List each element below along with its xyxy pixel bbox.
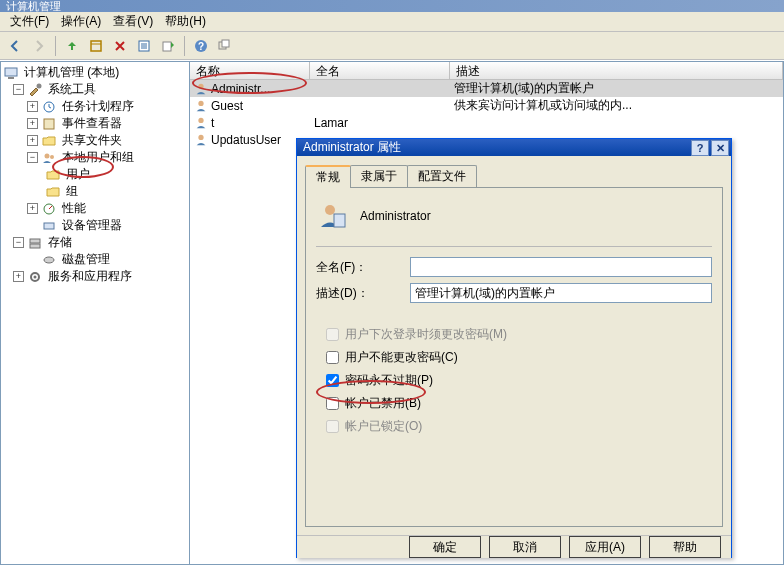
help-button[interactable]: ? xyxy=(190,35,212,57)
user-icon xyxy=(194,116,208,130)
refresh-button[interactable] xyxy=(133,35,155,57)
dialog-title: Administrator 属性 xyxy=(303,139,401,156)
close-button[interactable]: ✕ xyxy=(711,140,729,156)
toolbar-separator xyxy=(55,36,56,56)
cancel-button[interactable]: 取消 xyxy=(489,536,561,558)
list-header[interactable]: 名称 全名 描述 xyxy=(190,62,783,80)
apply-button[interactable]: 应用(A) xyxy=(569,536,641,558)
chk-disabled[interactable]: 帐户已禁用(B) xyxy=(316,394,712,413)
spacer xyxy=(27,220,38,231)
username: Administrator xyxy=(360,209,431,223)
help-button[interactable]: 帮助 xyxy=(649,536,721,558)
perf-icon xyxy=(41,201,57,217)
svg-point-17 xyxy=(50,155,54,159)
svg-rect-12 xyxy=(8,77,14,79)
menu-view[interactable]: 查看(V) xyxy=(107,11,159,32)
help-button[interactable]: ? xyxy=(691,140,709,156)
svg-rect-20 xyxy=(30,239,40,243)
tree-root[interactable]: 计算机管理 (本地) xyxy=(1,64,189,81)
event-icon xyxy=(41,116,57,132)
up-button[interactable] xyxy=(61,35,83,57)
svg-rect-0 xyxy=(91,41,101,51)
expand-icon[interactable]: + xyxy=(13,271,24,282)
export-button[interactable] xyxy=(157,35,179,57)
svg-point-16 xyxy=(45,153,50,158)
svg-point-27 xyxy=(198,117,203,122)
delete-button[interactable] xyxy=(109,35,131,57)
collapse-icon[interactable]: − xyxy=(13,84,24,95)
col-desc[interactable]: 描述 xyxy=(450,62,783,79)
tree-storage[interactable]: − 存储 xyxy=(1,234,189,251)
user-icon xyxy=(194,99,208,113)
chk-cannotchange-box[interactable] xyxy=(326,351,339,364)
svg-point-26 xyxy=(198,100,203,105)
tree-share[interactable]: + 共享文件夹 xyxy=(1,132,189,149)
disk-icon xyxy=(41,252,57,268)
expand-icon[interactable]: + xyxy=(27,203,38,214)
svg-point-13 xyxy=(37,83,42,88)
menu-file[interactable]: 文件(F) xyxy=(4,11,55,32)
tree-pane[interactable]: 计算机管理 (本地) − 系统工具 + 任务计划程序 + 事件查看器 + 共享文… xyxy=(0,61,190,565)
users-icon xyxy=(41,150,57,166)
svg-point-28 xyxy=(198,134,203,139)
collapse-icon[interactable]: − xyxy=(27,152,38,163)
tab-profile[interactable]: 配置文件 xyxy=(407,165,477,188)
folder-icon xyxy=(45,184,61,200)
svg-rect-6 xyxy=(163,42,171,51)
expand-icon[interactable]: + xyxy=(27,118,38,129)
tree-groups[interactable]: 组 xyxy=(1,183,189,200)
tree-localusers[interactable]: − 本地用户和组 xyxy=(1,149,189,166)
tree-systools[interactable]: − 系统工具 xyxy=(1,81,189,98)
menu-bar: 文件(F) 操作(A) 查看(V) 帮助(H) xyxy=(0,12,784,32)
user-icon xyxy=(194,133,208,147)
properties-dialog: Administrator 属性 ? ✕ 常规 隶属于 配置文件 Adminis… xyxy=(296,138,732,558)
desc-field[interactable] xyxy=(410,283,712,303)
menu-help[interactable]: 帮助(H) xyxy=(159,11,212,32)
chk-neverexpire[interactable]: 密码永不过期(P) xyxy=(316,371,712,390)
tree-services[interactable]: + 服务和应用程序 xyxy=(1,268,189,285)
dialog-footer: 确定 取消 应用(A) 帮助 xyxy=(297,535,731,558)
ok-button[interactable]: 确定 xyxy=(409,536,481,558)
back-button[interactable] xyxy=(4,35,26,57)
fullname-label: 全名(F)： xyxy=(316,259,410,276)
tab-general[interactable]: 常规 xyxy=(305,165,351,188)
tree-devmgr[interactable]: 设备管理器 xyxy=(1,217,189,234)
svg-text:?: ? xyxy=(198,41,204,52)
expand-icon[interactable]: + xyxy=(27,101,38,112)
folder-icon xyxy=(41,133,57,149)
fullname-field[interactable] xyxy=(410,257,712,277)
svg-rect-11 xyxy=(5,68,17,76)
col-name[interactable]: 名称 xyxy=(190,62,310,79)
list-row[interactable]: Administr... 管理计算机(域)的内置帐户 xyxy=(190,80,783,97)
windows-button[interactable] xyxy=(214,35,236,57)
chk-mustchange-box xyxy=(326,328,339,341)
tree-event[interactable]: + 事件查看器 xyxy=(1,115,189,132)
tree-task[interactable]: + 任务计划程序 xyxy=(1,98,189,115)
properties-button[interactable] xyxy=(85,35,107,57)
expand-icon[interactable]: + xyxy=(27,135,38,146)
forward-button xyxy=(28,35,50,57)
svg-rect-15 xyxy=(44,119,54,129)
tab-member[interactable]: 隶属于 xyxy=(350,165,408,188)
chk-disabled-box[interactable] xyxy=(326,397,339,410)
tree-users[interactable]: 用户 xyxy=(1,166,189,183)
list-row[interactable]: Guest 供来宾访问计算机或访问域的内... xyxy=(190,97,783,114)
spacer xyxy=(27,254,38,265)
computer-icon xyxy=(3,65,19,81)
menu-action[interactable]: 操作(A) xyxy=(55,11,107,32)
svg-rect-30 xyxy=(334,214,345,227)
chk-cannotchange[interactable]: 用户不能更改密码(C) xyxy=(316,348,712,367)
tab-page-general: Administrator 全名(F)： 描述(D)： 用户下次登录时须更改密码… xyxy=(305,187,723,527)
col-full[interactable]: 全名 xyxy=(310,62,450,79)
clock-icon xyxy=(41,99,57,115)
tree-perf[interactable]: + 性能 xyxy=(1,200,189,217)
user-large-icon xyxy=(316,200,348,232)
tree-diskmgr[interactable]: 磁盘管理 xyxy=(1,251,189,268)
dialog-title-bar[interactable]: Administrator 属性 ? ✕ xyxy=(297,139,731,156)
device-icon xyxy=(41,218,57,234)
user-icon xyxy=(194,82,208,96)
tab-headers: 常规 隶属于 配置文件 xyxy=(305,164,723,187)
collapse-icon[interactable]: − xyxy=(13,237,24,248)
chk-neverexpire-box[interactable] xyxy=(326,374,339,387)
list-row[interactable]: t Lamar xyxy=(190,114,783,131)
